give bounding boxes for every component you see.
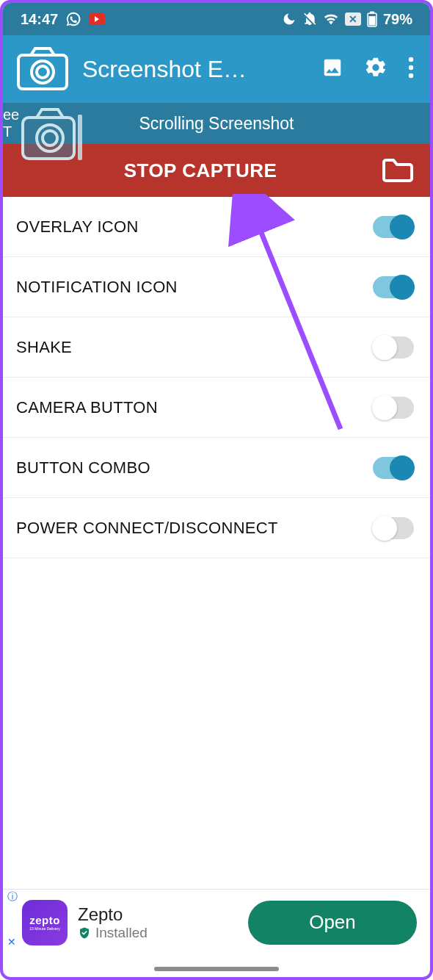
folder-icon[interactable] bbox=[382, 158, 414, 183]
setting-label: POWER CONNECT/DISCONNECT bbox=[16, 519, 373, 538]
toggle-switch[interactable] bbox=[373, 276, 414, 298]
ad-banner[interactable]: ⓘ ✕ zepto 10 Minute Delivery Zepto Insta… bbox=[3, 889, 430, 955]
setting-row[interactable]: BUTTON COMBO bbox=[3, 438, 430, 498]
svg-rect-1 bbox=[370, 12, 374, 14]
toggle-switch[interactable] bbox=[373, 457, 414, 479]
setting-label: SHAKE bbox=[16, 338, 373, 357]
youtube-icon bbox=[89, 13, 105, 25]
camera-logo-icon bbox=[16, 46, 69, 92]
image-icon[interactable] bbox=[321, 57, 343, 82]
check-shield-icon bbox=[78, 926, 91, 940]
setting-row[interactable]: CAMERA BUTTON bbox=[3, 378, 430, 438]
svg-rect-2 bbox=[368, 16, 375, 26]
whatsapp-icon bbox=[65, 11, 81, 27]
floating-camera-overlay-icon[interactable] bbox=[21, 107, 84, 163]
ad-app-name: Zepto bbox=[78, 904, 248, 925]
toggle-switch[interactable] bbox=[373, 336, 414, 359]
ad-app-icon[interactable]: zepto 10 Minute Delivery bbox=[22, 900, 68, 945]
ad-info-icon[interactable]: ⓘ bbox=[7, 890, 18, 904]
status-time: 14:47 bbox=[21, 11, 58, 28]
signal-nobox-icon: ✕ bbox=[345, 12, 361, 26]
more-icon[interactable] bbox=[408, 57, 414, 82]
wifi-icon bbox=[323, 12, 339, 26]
settings-list: OVERLAY ICONNOTIFICATION ICONSHAKECAMERA… bbox=[3, 197, 430, 558]
toggle-switch[interactable] bbox=[373, 216, 414, 238]
app-title: Screenshot E… bbox=[82, 56, 321, 83]
moon-icon bbox=[282, 12, 296, 26]
setting-row[interactable]: SHAKE bbox=[3, 317, 430, 378]
status-bar: 14:47 ✕ 79% bbox=[3, 3, 430, 35]
app-bar: Screenshot E… bbox=[3, 35, 430, 103]
ad-close-icon[interactable]: ✕ bbox=[7, 936, 18, 948]
svg-point-4 bbox=[32, 61, 54, 83]
settings-icon[interactable] bbox=[364, 56, 387, 82]
battery-icon bbox=[367, 11, 377, 27]
setting-row[interactable]: POWER CONNECT/DISCONNECT bbox=[3, 498, 430, 558]
ad-status: Installed bbox=[78, 925, 248, 941]
svg-point-5 bbox=[37, 66, 48, 78]
svg-point-8 bbox=[409, 73, 413, 78]
setting-row[interactable]: OVERLAY ICON bbox=[3, 197, 430, 257]
svg-rect-12 bbox=[78, 115, 82, 160]
bell-off-icon bbox=[302, 12, 317, 26]
setting-label: BUTTON COMBO bbox=[16, 458, 373, 478]
setting-label: OVERLAY ICON bbox=[16, 217, 373, 237]
setting-label: NOTIFICATION ICON bbox=[16, 278, 373, 297]
tab-scrolling-screenshot[interactable]: Scrolling Screenshot bbox=[139, 114, 294, 134]
setting-row[interactable]: NOTIFICATION ICON bbox=[3, 257, 430, 317]
ad-open-button[interactable]: Open bbox=[248, 901, 417, 945]
battery-percent: 79% bbox=[383, 11, 412, 28]
toggle-switch[interactable] bbox=[373, 517, 414, 539]
svg-point-7 bbox=[409, 65, 413, 70]
svg-point-6 bbox=[409, 57, 413, 62]
setting-label: CAMERA BUTTON bbox=[16, 398, 373, 417]
gesture-bar bbox=[154, 967, 279, 971]
toggle-switch[interactable] bbox=[373, 397, 414, 419]
